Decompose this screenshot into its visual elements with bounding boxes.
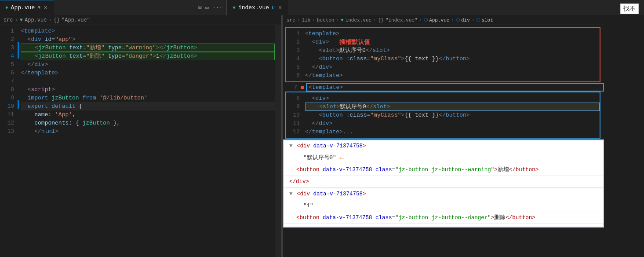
code-line-3: <jzButton text="新增" type="warning"></jzB… — [21, 44, 275, 52]
code-line-5: </div> — [21, 60, 275, 69]
tab-left-close[interactable]: × — [43, 4, 48, 12]
right-line-numbers-top: 1 2 3 4 5 6 — [286, 28, 303, 81]
bc-obj: {} — [54, 17, 60, 23]
right-code-top-content[interactable]: <template> <div> 插槽默认值 <slot>默认序号0</slot… — [303, 28, 600, 81]
dot-marker — [301, 86, 304, 89]
code-line-6: </template> — [21, 69, 275, 77]
dom-row-4: </div> — [284, 176, 603, 188]
rb-line-10: <button :class="myClass">{{ text }}</but… — [305, 111, 600, 119]
dom-row-8: </div> — [284, 224, 603, 228]
code-line-1: <template> — [21, 27, 275, 35]
left-scrollbar[interactable] — [275, 25, 281, 257]
tab-action-layout[interactable]: ▭ — [205, 4, 209, 11]
rb-line-9: <slot>默认序号0</slot> — [305, 103, 600, 111]
left-code-content[interactable]: <template> <div id="app"> <jzButton text… — [19, 25, 275, 257]
code-line-4: <jzButton text="删除" type="danger">1</jzB… — [21, 52, 275, 60]
right-code-bottom: 8 9 10 11 12 <div> <slot>默认序号0</slot> — [286, 92, 600, 138]
right-code-bottom-box: 8 9 10 11 12 <div> <slot>默认序号0</slot> — [285, 92, 600, 139]
code-line-9: import jzButton from '@/lib/button' — [21, 94, 275, 102]
dom-row-6: "1" — [284, 200, 603, 212]
tab-bar: ▼ App.vue M × ⊞ ▭ ··· ▼ index.vue U × 找不 — [0, 0, 644, 15]
bc-template: App.vue — [429, 18, 449, 23]
tab-action-more[interactable]: ··· — [212, 4, 222, 11]
tab-index-vue[interactable]: ▼ index.vue U × — [227, 0, 288, 15]
code-line-2: <div id="app"> — [21, 35, 275, 44]
r-line-5: </div> — [305, 63, 600, 71]
r-line-3: <slot>默认序号0</slot> — [305, 46, 600, 55]
bc-src: src — [4, 17, 13, 23]
tab-right-label: index.vue — [238, 4, 269, 11]
bc-name: "App.vue" — [62, 17, 90, 23]
line7-area: 7 <template> — [283, 83, 604, 92]
dom-panel: ▼ <div data-v-71374758> "默认序号0" ← <butto… — [283, 140, 604, 228]
code-line-12: components: { jzButton }, — [21, 119, 275, 127]
tab-right-modified: U — [272, 5, 275, 11]
left-editor-pane: src › ▼ App.vue › {} "App.vue" 1 2 3 4 5… — [0, 15, 281, 257]
left-line-numbers: 1 2 3 4 5 6 7 8 9 10 11 12 13 — [0, 25, 18, 257]
annotation-label: 插槽默认值 — [339, 38, 370, 46]
r-line-6: </template> — [305, 71, 600, 80]
r-line-1: <template> — [305, 29, 600, 38]
left-code-editor: 1 2 3 4 5 6 7 8 9 10 11 12 13 — [0, 25, 281, 257]
code-line-13: </html> — [21, 127, 275, 136]
rb-line-8: <div> — [305, 94, 600, 103]
rb-line-12: </template>... — [305, 128, 600, 136]
right-code-top-box: 1 2 3 4 5 6 <template> <div> — [285, 27, 600, 82]
right-code-top: 1 2 3 4 5 6 <template> <div> — [286, 28, 600, 81]
right-code-bottom-content[interactable]: <div> <slot>默认序号0</slot> <button :class=… — [303, 92, 600, 138]
r-line-4: <button :class="myClass">{{ text }}</but… — [305, 55, 600, 63]
dom-row-1: ▼ <div data-v-71374758> — [284, 140, 603, 152]
tab-left-modified: M — [37, 5, 40, 11]
right-editor-pane: src › lib › button › ▼ index.vue › {} "i… — [283, 15, 604, 257]
find-label: 找不 — [623, 5, 636, 12]
dom-row-3: <button data-v-71374758 class="jz-button… — [284, 164, 603, 176]
dom-row-7: <button data-v-71374758 class="jz-button… — [284, 212, 603, 224]
tab-right-close[interactable]: × — [277, 4, 283, 12]
tab-left-label: App.vue — [11, 4, 35, 11]
right-line-numbers-bottom: 8 9 10 11 12 — [286, 92, 303, 138]
code-line-10: export default { — [21, 102, 275, 110]
tab-app-vue[interactable]: ▼ App.vue M × — [0, 0, 54, 15]
left-breadcrumb: src › ▼ App.vue › {} "App.vue" — [0, 15, 281, 25]
bc-appvue: App.vue — [25, 17, 47, 23]
code-line-7 — [21, 77, 275, 85]
line7-blue-box: <template> — [306, 83, 604, 92]
vue-icon-right: ▼ — [233, 5, 236, 11]
code-line-8: <script> — [21, 85, 275, 94]
find-bar: 找不 — [620, 4, 639, 14]
tab-action-split[interactable]: ⊞ — [198, 4, 202, 11]
r-line-2: <div> 插槽默认值 — [305, 38, 600, 46]
code-line-11: name: 'App', — [21, 110, 275, 119]
rb-line-11: </div> — [305, 119, 600, 128]
right-breadcrumb: src › lib › button › ▼ index.vue › {} "i… — [283, 15, 604, 25]
dom-row-5: ▼ <div data-v-71374758> — [284, 188, 603, 200]
vue-icon-left: ▼ — [5, 5, 8, 11]
dom-row-2: "默认序号0" ← — [284, 152, 603, 164]
editor-area: src › ▼ App.vue › {} "App.vue" 1 2 3 4 5… — [0, 15, 644, 257]
